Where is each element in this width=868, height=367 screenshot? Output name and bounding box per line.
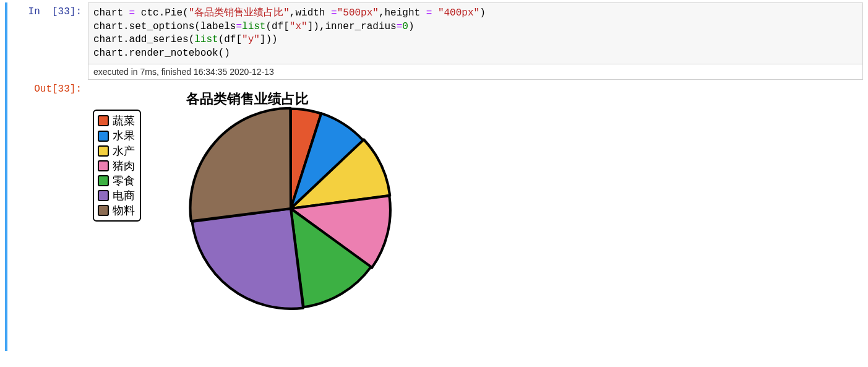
pie-svg — [186, 103, 396, 314]
notebook-cell: In [33]: chart = ctc.Pie("各品类销售业绩占比",wid… — [5, 2, 863, 351]
output-area: 各品类销售业绩占比 蔬菜水果水产猪肉零食电商物料 — [88, 80, 863, 351]
legend-swatch — [98, 205, 109, 216]
exec-status: executed in 7ms, finished 16:34:35 2020-… — [88, 64, 863, 80]
code-input[interactable]: chart = ctc.Pie("各品类销售业绩占比",width ="500p… — [88, 2, 863, 64]
legend-item[interactable]: 物料 — [98, 203, 135, 218]
legend-item[interactable]: 水果 — [98, 128, 135, 143]
legend-item[interactable]: 蔬菜 — [98, 113, 135, 128]
legend-swatch — [98, 145, 109, 157]
legend-label: 物料 — [113, 203, 135, 218]
pie-chart: 各品类销售业绩占比 蔬菜水果水产猪肉零食电商物料 — [93, 85, 402, 332]
exec-status-row: executed in 7ms, finished 16:34:35 2020-… — [7, 64, 863, 80]
legend-label: 电商 — [113, 188, 135, 203]
legend-label: 水果 — [113, 128, 135, 143]
pie-slice[interactable] — [190, 108, 291, 222]
input-row: In [33]: chart = ctc.Pie("各品类销售业绩占比",wid… — [7, 2, 863, 64]
exec-status-spacer — [7, 64, 88, 68]
legend-item[interactable]: 水产 — [98, 144, 135, 158]
legend-label: 蔬菜 — [113, 113, 135, 128]
legend-item[interactable]: 猪肉 — [98, 158, 135, 173]
legend-label: 零食 — [113, 173, 135, 188]
chart-legend: 蔬菜水果水产猪肉零食电商物料 — [93, 110, 141, 222]
legend-swatch — [98, 115, 109, 126]
legend-label: 猪肉 — [113, 158, 135, 173]
legend-swatch — [98, 175, 109, 186]
pie-slice[interactable] — [192, 209, 303, 309]
in-prompt: In [33]: — [7, 2, 88, 17]
legend-swatch — [98, 131, 109, 142]
legend-swatch — [98, 160, 109, 171]
legend-swatch — [98, 190, 109, 201]
out-prompt: Out[33]: — [7, 80, 88, 95]
legend-label: 水产 — [113, 144, 135, 158]
legend-item[interactable]: 零食 — [98, 173, 135, 188]
output-row: Out[33]: 各品类销售业绩占比 蔬菜水果水产猪肉零食电商物料 — [7, 80, 863, 351]
legend-item[interactable]: 电商 — [98, 188, 135, 203]
